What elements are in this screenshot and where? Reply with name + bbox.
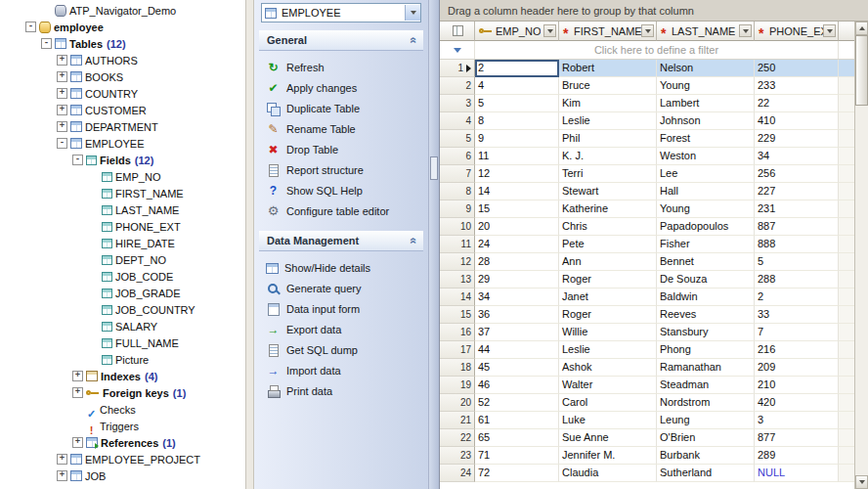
tree-item-country[interactable]: +COUNTRY	[0, 85, 245, 102]
tree-item-job-country[interactable]: JOB_COUNTRY	[0, 301, 245, 318]
tree-item-picture[interactable]: Picture	[0, 351, 245, 368]
cell[interactable]: Chris	[559, 218, 657, 236]
cell[interactable]: 229	[755, 130, 839, 148]
cell[interactable]: Leslie	[559, 112, 657, 130]
cell[interactable]: 22	[755, 95, 839, 112]
table-row[interactable]: 2161LukeLeung3	[440, 412, 854, 429]
cell[interactable]: 2	[475, 60, 559, 77]
cell[interactable]: Stewart	[559, 183, 657, 200]
tree-item-references[interactable]: +References(1)	[0, 434, 245, 451]
cell[interactable]: 36	[475, 306, 559, 324]
cell[interactable]: 8	[475, 112, 559, 130]
table-row[interactable]: 1744LesliePhong216	[440, 341, 854, 359]
expand-icon[interactable]: +	[72, 437, 83, 448]
cell[interactable]: 209	[755, 359, 839, 377]
table-row[interactable]: 59PhilForest229	[440, 130, 854, 148]
cell[interactable]: 5	[755, 253, 839, 271]
cell[interactable]: Carol	[559, 394, 657, 412]
cell[interactable]: Nordstrom	[657, 394, 755, 412]
cell[interactable]: Bennet	[657, 253, 755, 271]
collapse-icon[interactable]: -	[25, 22, 36, 32]
tree-item-job[interactable]: +JOB	[0, 467, 245, 484]
tree-item-checks[interactable]: Checks	[0, 401, 245, 418]
expand-icon[interactable]: +	[57, 71, 67, 82]
table-row[interactable]: 2472ClaudiaSutherlandNULL	[440, 465, 854, 482]
table-row[interactable]: 1124PeteFisher888	[440, 236, 854, 253]
cell[interactable]: Roger	[559, 306, 657, 324]
tree-item-emp-no[interactable]: EMP_NO	[0, 168, 245, 185]
cell[interactable]: 7	[755, 324, 839, 341]
collapse-chevron-icon[interactable]: «	[408, 238, 421, 244]
cell[interactable]: Katherine	[559, 200, 657, 218]
cell[interactable]: Phong	[657, 341, 755, 359]
tree-item-salary[interactable]: SALARY	[0, 318, 245, 334]
tree-item-job-grade[interactable]: JOB_GRADE	[0, 285, 245, 301]
cell[interactable]: 45	[475, 359, 559, 377]
scrollbar-track[interactable]	[855, 35, 868, 475]
vertical-scrollbar[interactable]	[854, 22, 868, 489]
cell[interactable]: Lambert	[657, 95, 755, 112]
table-row[interactable]: 611K. J.Weston34	[440, 148, 854, 165]
collapse-chevron-icon[interactable]: «	[408, 37, 421, 44]
expand-icon[interactable]: +	[57, 454, 67, 465]
tree-item-triggers[interactable]: Triggers	[0, 418, 245, 434]
cell[interactable]: 256	[755, 165, 839, 183]
panel-scrollbar-thumb[interactable]	[430, 156, 438, 180]
table-row[interactable]: 1536RogerReeves33	[440, 306, 854, 324]
panel-item-report-structure[interactable]: Report structure	[266, 159, 423, 180]
cell[interactable]: 20	[475, 218, 559, 236]
cell[interactable]: 37	[475, 324, 559, 341]
column-filter-dropdown-button[interactable]	[641, 24, 654, 37]
cell[interactable]: Bruce	[559, 77, 657, 95]
group-by-bar[interactable]: Drag a column header here to group by th…	[440, 0, 868, 22]
cell[interactable]: 61	[475, 412, 559, 429]
cell[interactable]: Nelson	[657, 60, 755, 77]
table-row[interactable]: 2265Sue AnneO'Brien877	[440, 429, 854, 447]
column-header-emp-no[interactable]: EMP_NO	[475, 22, 559, 41]
tree-item-customer[interactable]: +CUSTOMER	[0, 102, 245, 118]
tree-item-department[interactable]: +DEPARTMENT	[0, 118, 245, 135]
tree-item-full-name[interactable]: FULL_NAME	[0, 334, 245, 351]
panel-item-show-hide-details[interactable]: Show/Hide details	[266, 257, 423, 278]
tree-item-indexes[interactable]: +Indexes(4)	[0, 368, 245, 384]
table-row[interactable]: 712TerriLee256	[440, 165, 854, 183]
cell[interactable]: Sutherland	[657, 465, 755, 482]
panel-item-get-sql-dump[interactable]: Get SQL dump	[266, 339, 423, 360]
table-row[interactable]: 1329RogerDe Souza288	[440, 271, 854, 289]
table-row[interactable]: 1020ChrisPapadopoulos887	[440, 218, 854, 236]
cell[interactable]: 9	[475, 130, 559, 148]
panel-item-configure-table-editor[interactable]: Configure table editor	[266, 200, 423, 221]
cell[interactable]: NULL	[755, 465, 839, 482]
cell[interactable]: Ann	[559, 253, 657, 271]
cell[interactable]: 65	[475, 429, 559, 447]
cell[interactable]: Janet	[559, 289, 657, 306]
column-filter-dropdown-button[interactable]	[823, 24, 836, 37]
cell[interactable]: 210	[755, 377, 839, 394]
column-header-first-name[interactable]: *FIRST_NAME	[559, 22, 657, 41]
cell[interactable]: Jennifer M.	[559, 447, 657, 465]
panel-item-export-data[interactable]: Export data	[266, 319, 423, 339]
cell[interactable]: Claudia	[559, 465, 657, 482]
expand-icon[interactable]: +	[57, 88, 67, 99]
table-row[interactable]: 1845AshokRamanathan209	[440, 359, 854, 377]
table-row[interactable]: 1434JanetBaldwin2	[440, 289, 854, 306]
cell[interactable]: Phil	[559, 130, 657, 148]
tree-item-books[interactable]: +BOOKS	[0, 68, 245, 85]
expand-icon[interactable]: +	[57, 470, 67, 481]
cell[interactable]: 28	[475, 253, 559, 271]
cell[interactable]: 34	[475, 289, 559, 306]
table-row[interactable]: 35KimLambert22	[440, 95, 854, 112]
expand-icon[interactable]: +	[57, 55, 67, 66]
table-selector-dropdown-button[interactable]	[405, 5, 420, 21]
cell[interactable]: 410	[755, 112, 839, 130]
cell[interactable]: Reeves	[657, 306, 755, 324]
cell[interactable]: 29	[475, 271, 559, 289]
cell[interactable]: Papadopoulos	[657, 218, 755, 236]
table-row[interactable]: 1637WillieStansbury7	[440, 324, 854, 341]
cell[interactable]: Burbank	[657, 447, 755, 465]
cell[interactable]: K. J.	[559, 148, 657, 165]
cell[interactable]: 33	[755, 306, 839, 324]
tree-item-first-name[interactable]: FIRST_NAME	[0, 185, 245, 201]
table-row[interactable]: 814StewartHall227	[440, 183, 854, 200]
tree-item-employee[interactable]: -EMPLOYEE	[0, 135, 245, 152]
